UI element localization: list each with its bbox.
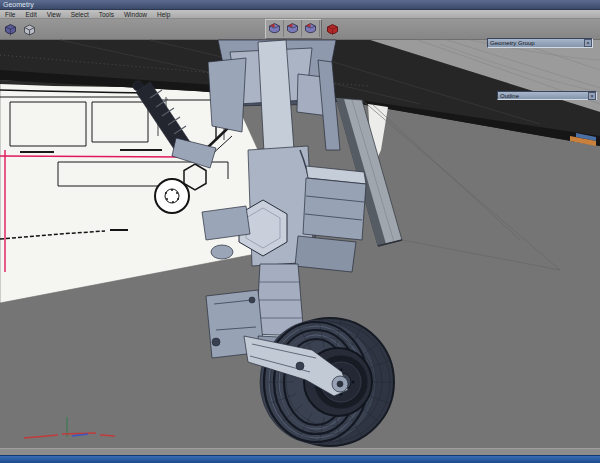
application-window: Geometry File Edit View Select Tools Win… bbox=[0, 0, 600, 463]
magenta-guide-horizontal bbox=[0, 156, 186, 157]
geometry-group-value: Geometry Group bbox=[488, 39, 584, 47]
geometry-group-dropdown[interactable]: Geometry Group × bbox=[487, 38, 593, 48]
outline-close-icon[interactable]: × bbox=[588, 92, 596, 100]
viewport-canvas[interactable] bbox=[0, 0, 600, 463]
outline-dropdown[interactable]: Outline × bbox=[497, 91, 597, 100]
geometry-group-close-icon[interactable]: × bbox=[584, 39, 592, 47]
outline-value: Outline bbox=[498, 92, 588, 100]
